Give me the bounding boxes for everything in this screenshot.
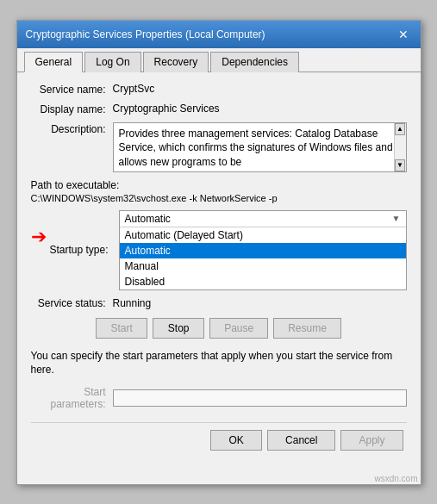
title-bar: Cryptographic Services Properties (Local…: [17, 21, 421, 48]
startup-label-row: Startup type: Automatic ▼ Automatic (Del…: [50, 210, 407, 290]
resume-button[interactable]: Resume: [273, 318, 341, 339]
tab-bar: General Log On Recovery Dependencies: [17, 48, 421, 72]
start-button[interactable]: Start: [96, 318, 147, 339]
scroll-up-arrow[interactable]: ▲: [395, 123, 405, 135]
option-manual[interactable]: Manual: [120, 258, 406, 274]
dropdown-options-list: Automatic (Delayed Start) Automatic Manu…: [120, 227, 406, 289]
description-box: Provides three management services: Cata…: [113, 122, 407, 172]
service-name-value: CryptSvc: [113, 83, 407, 95]
path-value: C:\WINDOWS\system32\svchost.exe -k Netwo…: [31, 193, 407, 203]
properties-dialog: Cryptographic Services Properties (Local…: [16, 20, 421, 485]
service-control-buttons: Start Stop Pause Resume: [31, 318, 407, 339]
dropdown-arrow-icon: ▼: [392, 214, 401, 223]
display-name-label: Display name:: [31, 103, 113, 115]
start-params-row: Start parameters:: [31, 386, 407, 410]
watermark: wsxdn.com: [374, 474, 417, 483]
tab-dependencies[interactable]: Dependencies: [210, 52, 299, 72]
start-params-label: Start parameters:: [31, 386, 113, 410]
startup-dropdown[interactable]: Automatic ▼ Automatic (Delayed Start) Au…: [119, 210, 407, 290]
service-name-row: Service name: CryptSvc: [31, 83, 407, 96]
display-name-value: Cryptographic Services: [113, 103, 407, 115]
tab-recovery[interactable]: Recovery: [143, 52, 209, 72]
tab-general[interactable]: General: [24, 52, 84, 72]
arrow-indicator: ➔: [31, 227, 47, 246]
option-automatic-delayed[interactable]: Automatic (Delayed Start): [120, 227, 406, 243]
cancel-button[interactable]: Cancel: [267, 430, 335, 451]
service-status-label: Service status:: [31, 297, 113, 309]
start-params-input[interactable]: [113, 389, 407, 407]
service-name-label: Service name:: [31, 83, 113, 96]
description-text: Provides three management services: Cata…: [119, 128, 393, 169]
note-text: You can specify the start parameters tha…: [31, 349, 407, 378]
stop-button[interactable]: Stop: [153, 318, 204, 339]
path-section: Path to executable: C:\WINDOWS\system32\…: [31, 179, 407, 203]
display-name-row: Display name: Cryptographic Services: [31, 103, 407, 115]
bottom-buttons: OK Cancel Apply: [31, 430, 407, 454]
startup-type-label: Startup type:: [50, 244, 119, 256]
apply-button[interactable]: Apply: [340, 430, 403, 451]
window-title: Cryptographic Services Properties (Local…: [26, 28, 265, 40]
path-label: Path to executable:: [31, 179, 407, 191]
pause-button[interactable]: Pause: [209, 318, 268, 339]
ok-button[interactable]: OK: [210, 430, 262, 451]
description-label: Description:: [31, 122, 113, 135]
option-disabled[interactable]: Disabled: [120, 274, 406, 289]
description-row: Description: Provides three management s…: [31, 122, 407, 172]
tab-content: Service name: CryptSvc Display name: Cry…: [17, 72, 421, 465]
tab-logon[interactable]: Log On: [84, 52, 140, 72]
service-status-value: Running: [113, 297, 152, 309]
startup-section: ➔ Startup type: Automatic ▼ Automatic (D…: [31, 210, 407, 294]
dropdown-header[interactable]: Automatic ▼: [120, 211, 406, 227]
scrollbar[interactable]: ▲ ▼: [394, 123, 406, 171]
divider: [31, 422, 407, 423]
dropdown-selected: Automatic: [125, 213, 171, 225]
service-status-row: Service status: Running: [31, 297, 407, 309]
startup-right: Startup type: Automatic ▼ Automatic (Del…: [50, 210, 407, 294]
option-automatic[interactable]: Automatic: [120, 243, 406, 258]
scroll-down-arrow[interactable]: ▼: [395, 159, 405, 171]
close-button[interactable]: ✕: [395, 26, 412, 43]
